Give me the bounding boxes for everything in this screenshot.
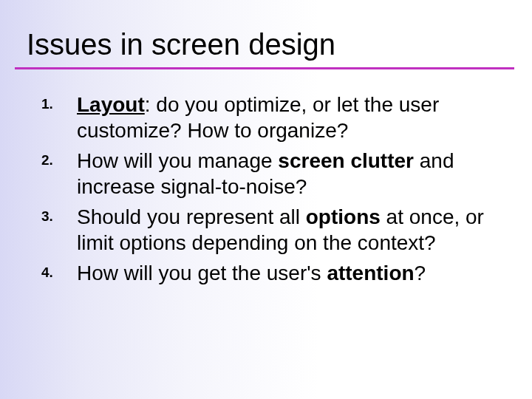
text-run: How will you manage (77, 149, 278, 172)
list-number: 1. (41, 92, 77, 112)
numbered-list: 1.Layout: do you optimize, or let the us… (0, 69, 532, 286)
list-content: Layout: do you optimize, or let the user… (77, 92, 497, 143)
text-run: screen clutter (278, 149, 414, 172)
list-item: 3.Should you represent all options at on… (41, 204, 497, 256)
text-run: ? (415, 262, 426, 284)
list-content: How will you get the user's attention? (77, 260, 426, 286)
slide-title: Issues in screen design (0, 0, 532, 67)
text-run: How will you get the user's (77, 262, 327, 284)
list-content: How will you manage screen clutter and i… (77, 148, 497, 200)
list-number: 4. (41, 260, 77, 281)
list-item: 4.How will you get the user's attention? (41, 260, 497, 286)
text-run: Should you represent all (77, 205, 306, 228)
text-run: Layout (77, 93, 145, 116)
text-run: attention (327, 262, 414, 284)
list-content: Should you represent all options at once… (77, 204, 497, 256)
list-item: 1.Layout: do you optimize, or let the us… (41, 92, 497, 143)
list-item: 2.How will you manage screen clutter and… (41, 148, 497, 200)
text-run: options (306, 205, 381, 228)
list-number: 3. (41, 204, 77, 225)
list-number: 2. (41, 148, 77, 168)
